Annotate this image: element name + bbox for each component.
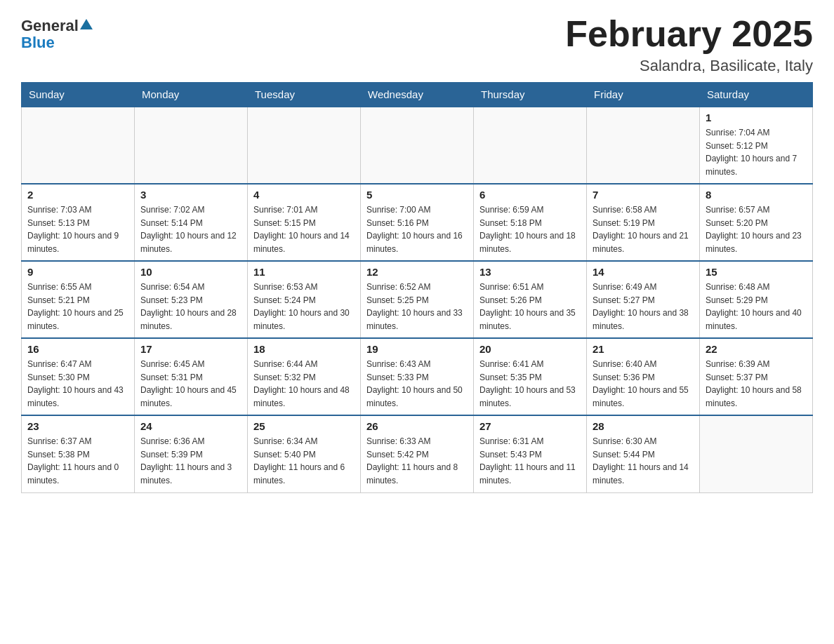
calendar-cell [587, 107, 700, 184]
header-saturday: Saturday [700, 83, 813, 107]
calendar-cell [474, 107, 587, 184]
calendar-cell: 5Sunrise: 7:00 AMSunset: 5:16 PMDaylight… [361, 184, 474, 261]
day-info: Sunrise: 6:36 AMSunset: 5:39 PMDaylight:… [140, 435, 241, 487]
header-wednesday: Wednesday [361, 83, 474, 107]
day-number: 8 [706, 189, 807, 201]
day-info: Sunrise: 6:49 AMSunset: 5:27 PMDaylight:… [593, 281, 694, 333]
calendar-header-row: Sunday Monday Tuesday Wednesday Thursday… [22, 83, 813, 107]
day-number: 4 [253, 189, 355, 201]
calendar-cell: 15Sunrise: 6:48 AMSunset: 5:29 PMDayligh… [700, 261, 813, 338]
page-header: General Blue February 2025 Salandra, Bas… [21, 14, 813, 75]
header-tuesday: Tuesday [248, 83, 361, 107]
calendar-week-row: 9Sunrise: 6:55 AMSunset: 5:21 PMDaylight… [22, 261, 813, 338]
calendar-cell: 28Sunrise: 6:30 AMSunset: 5:44 PMDayligh… [587, 415, 700, 492]
day-info: Sunrise: 6:30 AMSunset: 5:44 PMDaylight:… [593, 435, 694, 487]
calendar-cell: 24Sunrise: 6:36 AMSunset: 5:39 PMDayligh… [135, 415, 248, 492]
calendar-cell [248, 107, 361, 184]
calendar-cell: 11Sunrise: 6:53 AMSunset: 5:24 PMDayligh… [248, 261, 361, 338]
day-number: 23 [27, 420, 128, 432]
day-number: 21 [593, 343, 694, 355]
calendar-cell: 19Sunrise: 6:43 AMSunset: 5:33 PMDayligh… [361, 338, 474, 415]
calendar-cell [135, 107, 248, 184]
day-number: 10 [140, 266, 241, 278]
header-thursday: Thursday [474, 83, 587, 107]
day-number: 27 [479, 420, 581, 432]
calendar-cell: 8Sunrise: 6:57 AMSunset: 5:20 PMDaylight… [700, 184, 813, 261]
calendar-title: February 2025 [565, 14, 813, 54]
day-info: Sunrise: 6:57 AMSunset: 5:20 PMDaylight:… [706, 203, 807, 255]
calendar-cell: 13Sunrise: 6:51 AMSunset: 5:26 PMDayligh… [474, 261, 587, 338]
calendar-cell: 23Sunrise: 6:37 AMSunset: 5:38 PMDayligh… [22, 415, 135, 492]
day-number: 19 [366, 343, 468, 355]
day-number: 6 [479, 189, 581, 201]
day-number: 28 [593, 420, 694, 432]
day-number: 26 [366, 420, 468, 432]
day-number: 15 [706, 266, 807, 278]
day-number: 2 [27, 189, 128, 201]
calendar-cell: 10Sunrise: 6:54 AMSunset: 5:23 PMDayligh… [135, 261, 248, 338]
day-number: 16 [27, 343, 128, 355]
calendar-cell [700, 415, 813, 492]
calendar-week-row: 2Sunrise: 7:03 AMSunset: 5:13 PMDaylight… [22, 184, 813, 261]
day-info: Sunrise: 6:45 AMSunset: 5:31 PMDaylight:… [140, 358, 241, 410]
day-number: 9 [27, 266, 128, 278]
logo-general: General [21, 18, 79, 34]
day-number: 13 [479, 266, 581, 278]
calendar-cell: 12Sunrise: 6:52 AMSunset: 5:25 PMDayligh… [361, 261, 474, 338]
calendar-cell: 4Sunrise: 7:01 AMSunset: 5:15 PMDaylight… [248, 184, 361, 261]
calendar-cell [22, 107, 135, 184]
day-number: 12 [366, 266, 468, 278]
day-info: Sunrise: 6:31 AMSunset: 5:43 PMDaylight:… [479, 435, 581, 487]
day-number: 3 [140, 189, 241, 201]
calendar-cell: 27Sunrise: 6:31 AMSunset: 5:43 PMDayligh… [474, 415, 587, 492]
day-info: Sunrise: 6:52 AMSunset: 5:25 PMDaylight:… [366, 281, 468, 333]
day-info: Sunrise: 6:54 AMSunset: 5:23 PMDaylight:… [140, 281, 241, 333]
day-info: Sunrise: 6:33 AMSunset: 5:42 PMDaylight:… [366, 435, 468, 487]
calendar-cell: 21Sunrise: 6:40 AMSunset: 5:36 PMDayligh… [587, 338, 700, 415]
day-number: 18 [253, 343, 355, 355]
calendar-cell: 3Sunrise: 7:02 AMSunset: 5:14 PMDaylight… [135, 184, 248, 261]
day-info: Sunrise: 6:53 AMSunset: 5:24 PMDaylight:… [253, 281, 355, 333]
calendar-week-row: 1Sunrise: 7:04 AMSunset: 5:12 PMDaylight… [22, 107, 813, 184]
day-info: Sunrise: 6:51 AMSunset: 5:26 PMDaylight:… [479, 281, 581, 333]
calendar-cell: 22Sunrise: 6:39 AMSunset: 5:37 PMDayligh… [700, 338, 813, 415]
day-number: 5 [366, 189, 468, 201]
calendar-cell: 25Sunrise: 6:34 AMSunset: 5:40 PMDayligh… [248, 415, 361, 492]
day-info: Sunrise: 7:03 AMSunset: 5:13 PMDaylight:… [27, 203, 128, 255]
day-info: Sunrise: 6:44 AMSunset: 5:32 PMDaylight:… [253, 358, 355, 410]
day-number: 24 [140, 420, 241, 432]
logo-blue: Blue [21, 34, 55, 51]
day-info: Sunrise: 6:40 AMSunset: 5:36 PMDaylight:… [593, 358, 694, 410]
calendar-cell: 7Sunrise: 6:58 AMSunset: 5:19 PMDaylight… [587, 184, 700, 261]
day-number: 11 [253, 266, 355, 278]
day-number: 25 [253, 420, 355, 432]
calendar-cell: 14Sunrise: 6:49 AMSunset: 5:27 PMDayligh… [587, 261, 700, 338]
day-info: Sunrise: 6:47 AMSunset: 5:30 PMDaylight:… [27, 358, 128, 410]
calendar-table: Sunday Monday Tuesday Wednesday Thursday… [21, 82, 813, 493]
day-number: 1 [706, 112, 807, 123]
day-number: 20 [479, 343, 581, 355]
day-info: Sunrise: 6:43 AMSunset: 5:33 PMDaylight:… [366, 358, 468, 410]
calendar-cell: 16Sunrise: 6:47 AMSunset: 5:30 PMDayligh… [22, 338, 135, 415]
day-info: Sunrise: 7:00 AMSunset: 5:16 PMDaylight:… [366, 203, 468, 255]
day-info: Sunrise: 6:48 AMSunset: 5:29 PMDaylight:… [706, 281, 807, 333]
calendar-cell: 26Sunrise: 6:33 AMSunset: 5:42 PMDayligh… [361, 415, 474, 492]
day-info: Sunrise: 7:01 AMSunset: 5:15 PMDaylight:… [253, 203, 355, 255]
calendar-cell: 6Sunrise: 6:59 AMSunset: 5:18 PMDaylight… [474, 184, 587, 261]
day-info: Sunrise: 6:37 AMSunset: 5:38 PMDaylight:… [27, 435, 128, 487]
day-info: Sunrise: 6:59 AMSunset: 5:18 PMDaylight:… [479, 203, 581, 255]
day-info: Sunrise: 6:34 AMSunset: 5:40 PMDaylight:… [253, 435, 355, 487]
header-monday: Monday [135, 83, 248, 107]
day-info: Sunrise: 6:58 AMSunset: 5:19 PMDaylight:… [593, 203, 694, 255]
day-number: 17 [140, 343, 241, 355]
day-info: Sunrise: 6:41 AMSunset: 5:35 PMDaylight:… [479, 358, 581, 410]
day-info: Sunrise: 7:04 AMSunset: 5:12 PMDaylight:… [706, 126, 807, 178]
calendar-week-row: 23Sunrise: 6:37 AMSunset: 5:38 PMDayligh… [22, 415, 813, 492]
header-friday: Friday [587, 83, 700, 107]
logo: General Blue [21, 14, 93, 51]
day-info: Sunrise: 6:39 AMSunset: 5:37 PMDaylight:… [706, 358, 807, 410]
calendar-cell: 9Sunrise: 6:55 AMSunset: 5:21 PMDaylight… [22, 261, 135, 338]
day-info: Sunrise: 6:55 AMSunset: 5:21 PMDaylight:… [27, 281, 128, 333]
calendar-cell [361, 107, 474, 184]
logo-triangle-icon [80, 19, 93, 29]
